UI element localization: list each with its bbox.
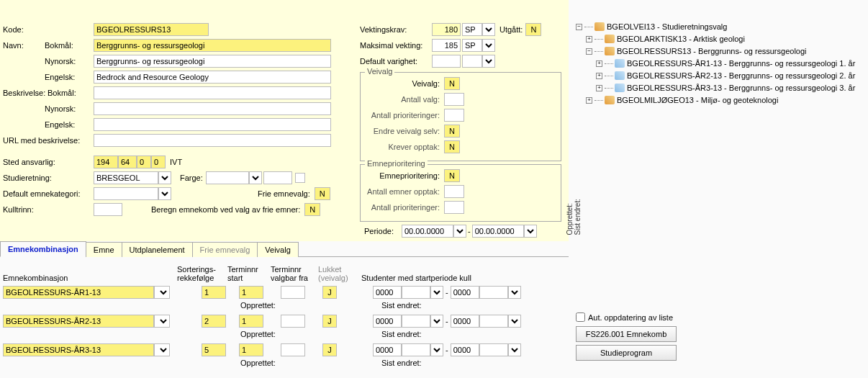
maksimal-input[interactable] <box>432 39 461 52</box>
emneprio-value[interactable]: N <box>444 169 460 182</box>
row-tstart-input[interactable] <box>239 343 263 356</box>
tab-emnekombinasjon[interactable]: Emnekombinasjon <box>0 241 86 257</box>
endre-selv-value[interactable]: N <box>444 125 460 138</box>
tab-emne[interactable]: Emne <box>86 242 122 257</box>
row-p1b-input[interactable] <box>402 343 430 356</box>
sted3-input[interactable] <box>137 156 151 168</box>
row-p2b-input[interactable] <box>479 343 508 356</box>
tree[interactable]: −BGEOLVEI13 - Studieretningsvalg+BGEOLAR… <box>576 20 864 107</box>
row-name-select[interactable] <box>154 315 170 328</box>
row-name-input[interactable] <box>3 343 154 356</box>
row-name-input[interactable] <box>3 286 154 299</box>
row-lukket-value[interactable]: J <box>322 286 337 299</box>
tree-node[interactable]: +BGEOLMILJØGEO13 - Miljø- og geoteknolog… <box>576 94 864 106</box>
default-kategori-select[interactable] <box>158 187 171 200</box>
beskr-engelsk-input[interactable] <box>94 118 331 131</box>
url-input[interactable] <box>94 134 331 147</box>
tab-utdplanelement[interactable]: Utdplanelement <box>122 242 193 257</box>
antall-emner-opptak-input[interactable] <box>444 185 464 198</box>
row-lukket-value[interactable]: J <box>322 315 337 328</box>
row-p2a-input[interactable] <box>451 343 479 356</box>
default-varighet-unit[interactable] <box>462 55 482 68</box>
beskr-bokmal-input[interactable] <box>94 86 331 99</box>
row-tvalgbar-input[interactable] <box>281 286 305 299</box>
tree-node[interactable]: +BGEOLRESSURS-ÅR1-13 - Berggrunns- og re… <box>576 58 864 69</box>
row-p2a-input[interactable] <box>451 315 479 328</box>
kode-input[interactable] <box>94 23 209 36</box>
tree-toggle-icon[interactable]: − <box>576 24 582 30</box>
row-lukket-value[interactable]: J <box>322 343 337 356</box>
maksimal-select[interactable] <box>482 39 495 52</box>
row-p2-select[interactable] <box>508 286 521 299</box>
row-name-select[interactable] <box>154 343 170 356</box>
row-p1a-input[interactable] <box>373 343 402 356</box>
row-p1b-input[interactable] <box>402 286 430 299</box>
tree-node[interactable]: −BGEOLVEI13 - Studieretningsvalg <box>576 21 864 32</box>
tree-node[interactable]: +BGEOLRESSURS-ÅR2-13 - Berggrunns- og re… <box>576 70 864 81</box>
farge-select[interactable] <box>249 171 262 184</box>
periode-from-input[interactable] <box>402 225 453 238</box>
periode-to-input[interactable] <box>472 225 524 238</box>
row-tstart-input[interactable] <box>239 286 263 299</box>
tab-frie-emnevalg[interactable]: Frie emnevalg <box>192 242 258 257</box>
navn-nynorsk-input[interactable] <box>94 55 331 68</box>
farge-input[interactable] <box>206 171 249 184</box>
krever-opptak-value[interactable]: N <box>444 140 460 153</box>
tree-node[interactable]: +BGEOLARKTISK13 - Arktisk geologi <box>576 33 864 45</box>
antall-prio1-input[interactable] <box>444 109 464 122</box>
row-p2b-input[interactable] <box>479 315 508 328</box>
row-sort-input[interactable] <box>202 343 226 356</box>
default-varighet-input[interactable] <box>432 55 461 68</box>
vektingskrav-unit[interactable] <box>462 23 482 36</box>
aut-oppdatering-checkbox[interactable]: Aut. oppdatering av liste <box>576 312 864 322</box>
row-p1-select[interactable] <box>430 286 443 299</box>
vektingskrav-select[interactable] <box>482 23 495 36</box>
row-p2-select[interactable] <box>508 315 521 328</box>
row-tstart-input[interactable] <box>239 315 263 328</box>
row-name-input[interactable] <box>3 315 154 328</box>
fs226-button[interactable]: FS226.001 Emnekomb <box>576 326 677 342</box>
tree-toggle-icon[interactable]: + <box>596 85 602 91</box>
beskr-nynorsk-input[interactable] <box>94 102 331 115</box>
tree-toggle-icon[interactable]: + <box>596 73 602 79</box>
default-kategori-input[interactable] <box>94 187 158 200</box>
row-p1b-input[interactable] <box>402 315 430 328</box>
row-sort-input[interactable] <box>202 315 226 328</box>
vektingskrav-input[interactable] <box>432 23 461 36</box>
sted1-input[interactable] <box>94 156 118 168</box>
kulltrinn-input[interactable] <box>94 203 122 216</box>
row-tvalgbar-input[interactable] <box>281 343 305 356</box>
navn-bokmal-input[interactable] <box>94 39 331 52</box>
tree-toggle-icon[interactable]: + <box>586 36 592 42</box>
studieprogram-button[interactable]: Studieprogram <box>576 345 677 361</box>
maksimal-unit[interactable] <box>462 39 482 52</box>
antall-prio2-input[interactable] <box>444 201 464 214</box>
row-sort-input[interactable] <box>202 286 226 299</box>
farge-extra-input[interactable] <box>263 171 292 184</box>
tree-node[interactable]: −BGEOLRESSURS13 - Berggrunns- og ressurs… <box>576 45 864 57</box>
row-p2a-input[interactable] <box>451 286 479 299</box>
row-p2-select[interactable] <box>508 343 521 356</box>
periode-from-select[interactable] <box>453 225 466 238</box>
row-p1-select[interactable] <box>430 315 443 328</box>
frie-emnevalg-value[interactable]: N <box>315 187 330 200</box>
utgatt-value[interactable]: N <box>525 23 541 36</box>
antall-valg-input[interactable] <box>444 93 464 106</box>
periode-to-select[interactable] <box>524 225 537 238</box>
tree-node[interactable]: +BGEOLRESSURS-ÅR3-13 - Berggrunns- og re… <box>576 82 864 94</box>
veivalg-value[interactable]: N <box>444 77 460 90</box>
default-varighet-select[interactable] <box>482 55 495 68</box>
navn-engelsk-input[interactable] <box>94 71 331 84</box>
studieretning-select[interactable] <box>158 171 171 184</box>
sted2-input[interactable] <box>118 156 137 168</box>
row-p2b-input[interactable] <box>479 286 508 299</box>
row-tvalgbar-input[interactable] <box>281 315 305 328</box>
tree-toggle-icon[interactable]: − <box>586 48 592 55</box>
sted4-input[interactable] <box>151 156 166 168</box>
row-p1a-input[interactable] <box>373 286 402 299</box>
tree-toggle-icon[interactable]: + <box>596 60 602 67</box>
row-p1-select[interactable] <box>430 343 443 356</box>
tab-veivalg[interactable]: Veivalg <box>257 242 298 257</box>
tree-toggle-icon[interactable]: + <box>586 97 592 104</box>
row-name-select[interactable] <box>154 286 170 299</box>
